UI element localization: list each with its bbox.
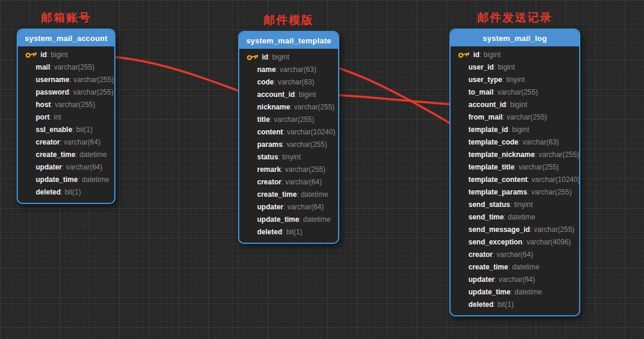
field-row[interactable]: updatervarchar(64) xyxy=(18,161,114,173)
field-name: content xyxy=(257,128,283,136)
field-row[interactable]: deletedbit(1) xyxy=(239,225,338,238)
field-type: tinyint xyxy=(510,200,533,209)
field-row[interactable]: creatorvarchar(64) xyxy=(18,136,114,148)
field-type: varchar(64) xyxy=(282,178,322,186)
field-row[interactable]: update_timedatetime xyxy=(18,173,114,186)
field-row[interactable]: send_statustinyint xyxy=(451,198,579,211)
field-row[interactable]: codevarchar(63) xyxy=(239,76,338,88)
field-name: creator xyxy=(468,250,493,259)
table-box[interactable]: system_mail_account idbigint mailvarchar… xyxy=(17,29,115,204)
table-title-bar[interactable]: system_mail_template xyxy=(239,32,338,49)
field-name: template_nickname xyxy=(468,150,534,159)
field-row[interactable]: nicknamevarchar(255) xyxy=(239,101,338,113)
field-row[interactable]: update_timedatetime xyxy=(451,285,579,298)
field-type: varchar(255) xyxy=(290,103,334,111)
entity-table-system_mail_account[interactable]: 邮箱账号 system_mail_account idbigint mailva… xyxy=(17,7,115,204)
table-annotation-label[interactable]: 邮箱账号 xyxy=(17,7,115,29)
field-name: updater xyxy=(257,203,283,211)
field-name: account_id xyxy=(257,90,295,99)
field-row[interactable]: template_contentvarchar(10240) xyxy=(451,173,579,186)
field-row[interactable]: hostvarchar(255) xyxy=(18,98,114,111)
field-row[interactable]: updatervarchar(64) xyxy=(239,200,338,213)
field-row[interactable]: create_timedatetime xyxy=(451,260,579,273)
field-row[interactable]: namevarchar(63) xyxy=(239,63,338,76)
field-row[interactable]: account_idbigint xyxy=(239,88,338,101)
field-name: updater xyxy=(36,163,62,171)
field-row[interactable]: contentvarchar(10240) xyxy=(239,125,338,138)
field-row[interactable]: titlevarchar(255) xyxy=(239,113,338,125)
field-row[interactable]: updatervarchar(64) xyxy=(451,273,579,285)
table-annotation-label[interactable]: 邮件发送记录 xyxy=(449,7,580,29)
field-name: from_mail xyxy=(468,113,502,121)
field-row[interactable]: update_timedatetime xyxy=(239,213,338,225)
field-name: deleted xyxy=(257,228,282,236)
field-row[interactable]: idbigint xyxy=(239,51,338,63)
field-row[interactable]: usernamevarchar(255) xyxy=(18,73,114,86)
field-type: datetime xyxy=(299,215,331,224)
field-name: updater xyxy=(468,275,495,284)
field-name: create_time xyxy=(36,150,76,159)
field-row[interactable]: mailvarchar(255) xyxy=(18,61,114,73)
field-name: password xyxy=(36,88,69,96)
table-annotation-label[interactable]: 邮件模版 xyxy=(238,10,339,31)
field-row[interactable]: statustinyint xyxy=(239,150,338,163)
entity-table-system_mail_log[interactable]: 邮件发送记录 system_mail_log idbigint user_idb… xyxy=(449,7,580,316)
field-row[interactable]: send_message_idvarchar(255) xyxy=(451,223,579,236)
table-title-bar[interactable]: system_mail_log xyxy=(451,30,579,46)
field-row[interactable]: template_codevarchar(63) xyxy=(451,136,579,148)
field-type: varchar(64) xyxy=(62,163,102,171)
table-title-bar[interactable]: system_mail_account xyxy=(18,30,114,46)
field-row[interactable]: user_idbigint xyxy=(451,61,579,73)
field-row[interactable]: creatorvarchar(64) xyxy=(451,248,579,260)
field-type: datetime xyxy=(508,263,540,271)
field-name: create_time xyxy=(468,263,508,271)
field-type: datetime xyxy=(78,175,110,184)
diagram-canvas[interactable]: 邮箱账号 system_mail_account idbigint mailva… xyxy=(0,0,644,339)
field-row[interactable]: send_exceptionvarchar(4096) xyxy=(451,236,579,248)
field-row[interactable]: portint xyxy=(18,111,114,123)
field-name: code xyxy=(257,78,274,86)
field-row[interactable]: from_mailvarchar(255) xyxy=(451,111,579,123)
field-row[interactable]: to_mailvarchar(255) xyxy=(451,86,579,98)
field-name: account_id xyxy=(468,101,506,109)
field-row[interactable]: idbigint xyxy=(18,48,114,61)
field-row[interactable]: create_timedatetime xyxy=(18,148,114,161)
field-name: template_id xyxy=(468,125,508,134)
field-name: update_time xyxy=(257,215,299,224)
table-box[interactable]: system_mail_template idbigint namevarcha… xyxy=(238,31,339,244)
field-row[interactable]: template_paramsvarchar(255) xyxy=(451,186,579,198)
primary-key-icon xyxy=(24,49,38,61)
field-row[interactable]: create_timedatetime xyxy=(239,188,338,200)
field-row[interactable]: account_idbigint xyxy=(451,98,579,111)
field-row[interactable]: template_nicknamevarchar(255) xyxy=(451,148,579,161)
field-type: bigint xyxy=(506,101,527,109)
field-row[interactable]: ssl_enablebit(1) xyxy=(18,123,114,136)
field-name: remark xyxy=(257,165,281,174)
field-row[interactable]: passwordvarchar(255) xyxy=(18,86,114,98)
field-type: varchar(255) xyxy=(534,150,579,159)
field-name: host xyxy=(36,101,51,109)
field-type: bit(1) xyxy=(282,228,302,236)
field-row[interactable]: send_timedatetime xyxy=(451,211,579,223)
field-name: user_id xyxy=(468,63,494,71)
field-row[interactable]: idbigint xyxy=(451,48,579,61)
field-name: send_exception xyxy=(468,238,523,246)
field-row[interactable]: creatorvarchar(64) xyxy=(239,175,338,188)
field-name: create_time xyxy=(257,190,297,199)
field-row[interactable]: template_titlevarchar(255) xyxy=(451,161,579,173)
field-row[interactable]: template_idbigint xyxy=(451,123,579,136)
field-name: send_time xyxy=(468,213,504,221)
field-row[interactable]: remarkvarchar(255) xyxy=(239,163,338,175)
field-row[interactable]: user_typetinyint xyxy=(451,73,579,86)
field-type: varchar(63) xyxy=(274,78,314,86)
field-name: nickname xyxy=(257,103,290,111)
relation-arrow-system_mail_log-account_id[interactable] xyxy=(320,95,461,105)
field-name: to_mail xyxy=(468,88,493,96)
entity-table-system_mail_template[interactable]: 邮件模版 system_mail_template idbigint namev… xyxy=(238,10,339,244)
field-type: bigint xyxy=(268,53,289,61)
field-type: varchar(63) xyxy=(518,138,559,146)
field-row[interactable]: deletedbit(1) xyxy=(18,186,114,198)
table-box[interactable]: system_mail_log idbigint user_idbigint u… xyxy=(449,29,580,316)
field-row[interactable]: deletedbit(1) xyxy=(451,298,579,310)
field-row[interactable]: paramsvarchar(255) xyxy=(239,138,338,150)
